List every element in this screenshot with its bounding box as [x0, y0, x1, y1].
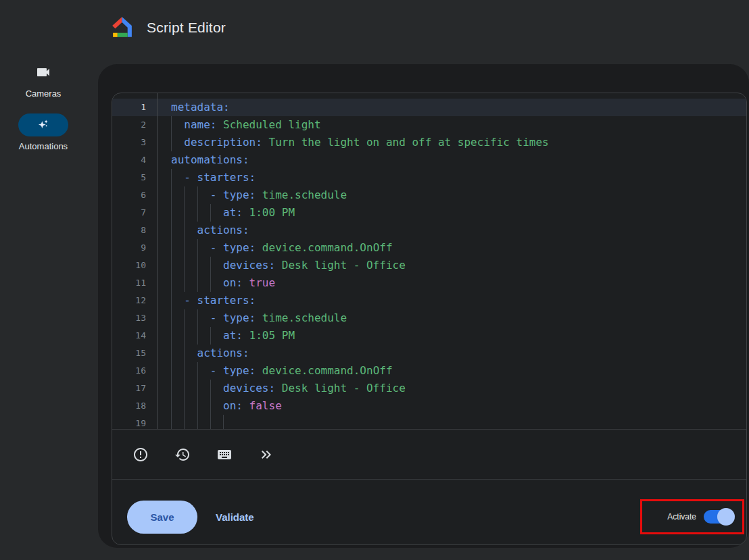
- line-content: automations:: [157, 151, 746, 169]
- sidebar-item-cameras[interactable]: Cameras: [0, 61, 87, 99]
- code-line[interactable]: 1metadata:: [112, 99, 746, 116]
- code-line[interactable]: 13- type: time.schedule: [112, 309, 746, 327]
- line-content: metadata:: [157, 99, 746, 116]
- indent-guide: [210, 327, 223, 345]
- code-line[interactable]: 10devices: Desk light - Office: [112, 257, 746, 274]
- keyboard-icon[interactable]: [216, 446, 233, 463]
- indent-guide: [171, 327, 184, 345]
- line-number: 6: [112, 186, 157, 204]
- code-line[interactable]: 8actions:: [112, 222, 746, 239]
- line-content: - type: time.schedule: [157, 186, 746, 204]
- code-line[interactable]: 6- type: time.schedule: [112, 186, 746, 204]
- code-line[interactable]: 18on: false: [112, 397, 746, 415]
- script-editor-panel: 1metadata:2name: Scheduled light3descrip…: [112, 93, 747, 545]
- line-content: - starters:: [157, 169, 746, 186]
- indent-guide: [171, 134, 184, 151]
- line-content: devices: Desk light - Office: [157, 380, 746, 397]
- indent-guide: [171, 257, 184, 274]
- camera-icon: [18, 61, 68, 84]
- indent-guide: [171, 380, 184, 397]
- indent-guide: [210, 257, 223, 274]
- line-number: 18: [112, 397, 157, 415]
- code-line[interactable]: 5- starters:: [112, 169, 746, 186]
- indent-guide: [197, 380, 210, 397]
- indent-guide: [171, 397, 184, 415]
- sidebar-item-automations[interactable]: Automations: [0, 113, 87, 151]
- activate-toggle[interactable]: [704, 510, 733, 524]
- activate-label: Activate: [667, 512, 696, 521]
- line-number: 3: [112, 134, 157, 151]
- line-number: 4: [112, 151, 157, 169]
- code-line[interactable]: 9- type: device.command.OnOff: [112, 239, 746, 257]
- code-line[interactable]: 3description: Turn the light on and off …: [112, 134, 746, 151]
- line-content: - type: device.command.OnOff: [157, 239, 746, 257]
- indent-guide: [171, 292, 184, 309]
- validate-button[interactable]: Validate: [200, 501, 270, 534]
- sparkle-icon: [18, 113, 68, 136]
- line-content: - type: device.command.OnOff: [157, 362, 746, 380]
- indent-guide: [197, 186, 210, 204]
- line-number: 1: [112, 99, 157, 116]
- main-card: 1metadata:2name: Scheduled light3descrip…: [98, 64, 749, 548]
- indent-guide: [184, 186, 197, 204]
- indent-guide: [171, 274, 184, 292]
- indent-guide: [171, 186, 184, 204]
- page-title: Script Editor: [147, 20, 226, 36]
- line-content: on: false: [157, 397, 746, 415]
- code-line[interactable]: 4automations:: [112, 151, 746, 169]
- code-line[interactable]: 7at: 1:00 PM: [112, 204, 746, 222]
- line-content: on: true: [157, 274, 746, 292]
- line-content: actions:: [157, 345, 746, 362]
- line-content: devices: Desk light - Office: [157, 257, 746, 274]
- indent-guide: [171, 204, 184, 222]
- indent-guide: [197, 204, 210, 222]
- code-line[interactable]: 12- starters:: [112, 292, 746, 309]
- line-number: 2: [112, 116, 157, 134]
- code-line[interactable]: 17devices: Desk light - Office: [112, 380, 746, 397]
- line-number: 15: [112, 345, 157, 362]
- save-button[interactable]: Save: [127, 501, 197, 534]
- code-line[interactable]: 14at: 1:05 PM: [112, 327, 746, 345]
- code-line[interactable]: 19: [112, 415, 746, 429]
- history-icon[interactable]: [174, 446, 191, 463]
- code-editor[interactable]: 1metadata:2name: Scheduled light3descrip…: [112, 93, 746, 429]
- code-line[interactable]: 15actions:: [112, 345, 746, 362]
- line-content: [157, 415, 746, 429]
- line-number: 5: [112, 169, 157, 186]
- indent-guide: [184, 309, 197, 327]
- line-content: - type: time.schedule: [157, 309, 746, 327]
- toggle-thumb: [717, 508, 735, 526]
- line-content: actions:: [157, 222, 746, 239]
- indent-guide: [184, 397, 197, 415]
- code-line[interactable]: 16- type: device.command.OnOff: [112, 362, 746, 380]
- indent-guide: [184, 345, 197, 362]
- indent-guide: [197, 274, 210, 292]
- sidebar-item-label: Cameras: [0, 88, 87, 99]
- line-number: 11: [112, 274, 157, 292]
- line-number: 19: [112, 415, 157, 429]
- indent-guide: [171, 309, 184, 327]
- indent-guide: [210, 380, 223, 397]
- indent-guide: [197, 257, 210, 274]
- indent-guide: [184, 327, 197, 345]
- line-number: 16: [112, 362, 157, 380]
- line-number: 13: [112, 309, 157, 327]
- indent-guide: [197, 415, 210, 429]
- indent-guide: [171, 345, 184, 362]
- code-line[interactable]: 11on: true: [112, 274, 746, 292]
- indent-guide: [184, 274, 197, 292]
- indent-guide: [210, 415, 223, 429]
- line-number: 7: [112, 204, 157, 222]
- line-content: name: Scheduled light: [157, 116, 746, 134]
- indent-guide: [197, 397, 210, 415]
- indent-guide: [197, 309, 210, 327]
- line-content: at: 1:00 PM: [157, 204, 746, 222]
- indent-guide: [171, 222, 184, 239]
- indent-guide: [210, 204, 223, 222]
- google-home-logo: [110, 16, 135, 41]
- indent-guide: [210, 274, 223, 292]
- code-line[interactable]: 2name: Scheduled light: [112, 116, 746, 134]
- double-arrow-icon[interactable]: [258, 446, 275, 463]
- error-icon[interactable]: [132, 446, 149, 463]
- line-number: 17: [112, 380, 157, 397]
